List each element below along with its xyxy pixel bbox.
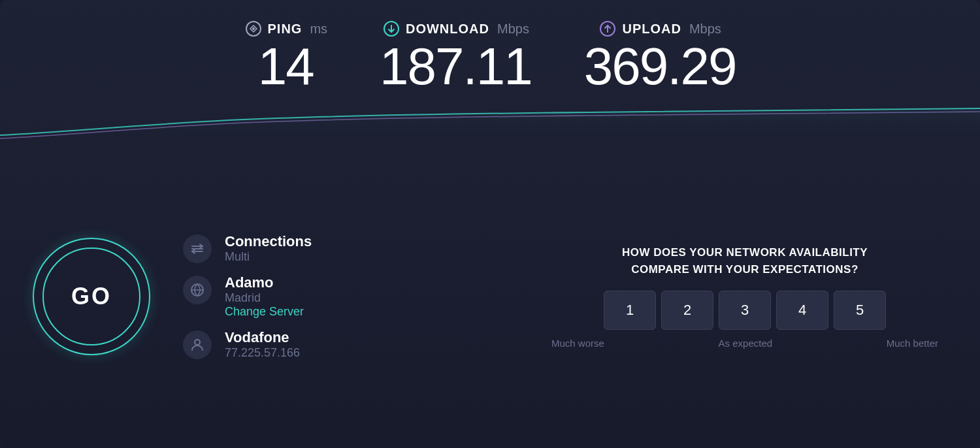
upload-unit: Mbps: [689, 22, 721, 37]
user-ip: 77.225.57.166: [225, 346, 300, 360]
change-server-link[interactable]: Change Server: [225, 305, 304, 319]
ping-label: PING: [268, 22, 302, 37]
connections-value: Multi: [225, 250, 312, 264]
upload-header: UPLOAD Mbps: [598, 20, 721, 38]
globe-icon: [189, 282, 205, 298]
go-button-outer[interactable]: GO: [33, 238, 150, 355]
upload-label: UPLOAD: [622, 22, 681, 37]
download-icon: [382, 20, 400, 38]
ping-value: 14: [258, 40, 314, 93]
upload-value: 369.29: [584, 40, 736, 93]
rating-buttons: 1 2 3 4 5: [604, 291, 886, 330]
provider-location: Madrid: [225, 291, 304, 305]
ping-unit: ms: [310, 22, 327, 37]
upload-metric: UPLOAD Mbps 369.29: [584, 20, 736, 93]
connections-icon: [189, 241, 205, 257]
download-header: DOWNLOAD Mbps: [382, 20, 529, 38]
wave-chart: [0, 93, 980, 145]
rating-label-right: Much better: [887, 338, 938, 349]
go-button[interactable]: GO: [42, 248, 140, 345]
rating-btn-4[interactable]: 4: [776, 291, 828, 330]
user-label: Vodafone: [225, 329, 300, 346]
user-icon: [189, 337, 205, 353]
ping-header: PING ms: [244, 20, 328, 38]
rating-label-left: Much worse: [551, 338, 604, 349]
download-metric: DOWNLOAD Mbps 187.11: [380, 20, 532, 93]
connections-text: Connections Multi: [225, 233, 312, 264]
provider-icon-circle: [183, 276, 212, 304]
connections-row: Connections Multi: [183, 233, 510, 264]
download-value: 187.11: [380, 40, 532, 93]
connections-label: Connections: [225, 233, 312, 250]
provider-text: Adamo Madrid Change Server: [225, 274, 304, 319]
svg-point-1: [252, 27, 255, 30]
rating-btn-5[interactable]: 5: [834, 291, 886, 330]
download-label: DOWNLOAD: [406, 22, 489, 37]
metrics-bar: PING ms 14 DOWNLOAD Mbps 187.11: [0, 0, 980, 99]
rating-question: HOW DOES YOUR NETWORK AVAILABILITYCOMPAR…: [622, 244, 868, 278]
user-icon-circle: [183, 330, 212, 359]
connections-icon-circle: [183, 234, 212, 263]
speedtest-app: PING ms 14 DOWNLOAD Mbps 187.11: [0, 0, 980, 448]
go-button-container: GO: [26, 231, 157, 362]
svg-point-5: [195, 340, 200, 345]
user-text: Vodafone 77.225.57.166: [225, 329, 300, 360]
provider-row: Adamo Madrid Change Server: [183, 274, 510, 319]
ping-metric: PING ms 14: [244, 20, 328, 93]
download-unit: Mbps: [497, 22, 529, 37]
rating-labels: Much worse As expected Much better: [549, 338, 941, 349]
server-info: Connections Multi Adamo Madrid: [157, 233, 536, 360]
go-button-label: GO: [71, 283, 112, 310]
rating-section: HOW DOES YOUR NETWORK AVAILABILITYCOMPAR…: [536, 244, 954, 349]
ping-icon: [244, 20, 263, 38]
user-row: Vodafone 77.225.57.166: [183, 329, 510, 360]
rating-btn-3[interactable]: 3: [719, 291, 771, 330]
rating-btn-1[interactable]: 1: [604, 291, 656, 330]
provider-label: Adamo: [225, 274, 304, 291]
rating-label-center: As expected: [719, 338, 773, 349]
upload-icon: [598, 20, 617, 38]
rating-btn-2[interactable]: 2: [661, 291, 713, 330]
bottom-section: GO Connections Multi: [0, 145, 980, 448]
